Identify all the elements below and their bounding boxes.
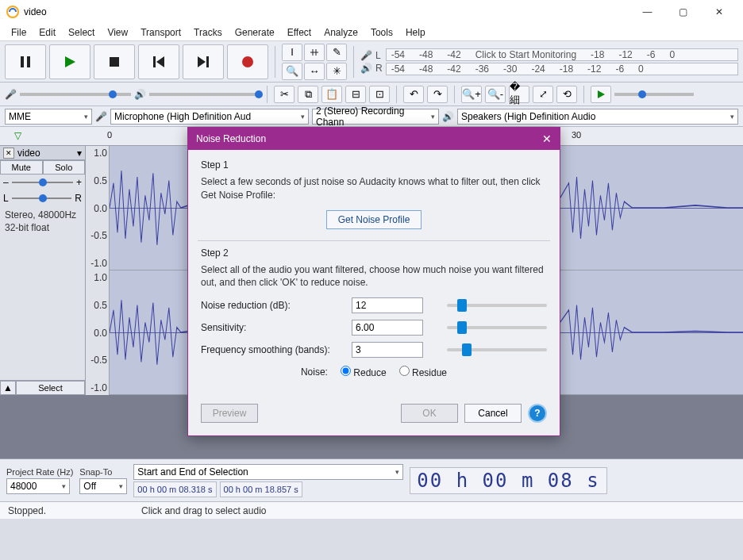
cancel-button[interactable]: Cancel (464, 404, 522, 423)
undo-button[interactable]: ↶ (403, 86, 424, 103)
copy-button[interactable]: ⧉ (298, 86, 318, 103)
skip-start-button[interactable] (138, 44, 179, 79)
record-button[interactable] (227, 44, 268, 79)
envelope-tool-button[interactable] (304, 44, 325, 61)
combo-value: 2 (Stereo) Recording Chann (316, 105, 431, 128)
meter-tick: -48 (419, 63, 433, 75)
record-channels-combo[interactable]: 2 (Stereo) Recording Chann▾ (312, 109, 439, 125)
zoom-toggle-button[interactable]: ⟲ (556, 86, 577, 103)
select-button[interactable]: Select (16, 381, 85, 395)
gain-slider[interactable]: –+ (0, 175, 85, 190)
svg-marker-3 (65, 56, 75, 67)
svg-marker-10 (598, 90, 605, 98)
zoom-tool-button[interactable]: 🔍 (282, 63, 302, 80)
dialog-title: Noise Reduction (196, 133, 266, 144)
stop-button[interactable] (94, 44, 135, 79)
close-button[interactable]: ✕ (701, 0, 737, 24)
project-rate-combo[interactable]: 48000▾ (6, 478, 70, 494)
noise-reduction-input[interactable] (352, 297, 423, 313)
menu-analyze[interactable]: Analyze (318, 25, 364, 40)
meter-tick: 0 (669, 49, 675, 60)
step2-heading: Step 2 (201, 247, 547, 259)
frequency-smoothing-input[interactable] (352, 342, 423, 358)
preview-button[interactable]: Preview (201, 404, 258, 423)
play-speed-slider[interactable] (614, 93, 694, 96)
trim-button[interactable]: ⊟ (345, 86, 366, 103)
selection-start-field[interactable]: 00 h 00 m 08.318 s (133, 481, 216, 497)
redo-button[interactable]: ↷ (427, 86, 448, 103)
playback-device-combo[interactable]: Speakers (High Definition Audio▾ (457, 109, 738, 125)
record-volume-slider[interactable] (20, 93, 131, 96)
playback-meter[interactable]: -54 -48 -42 -36 -30 -24 -18 -12 -6 0 (386, 63, 738, 75)
play-button[interactable] (49, 44, 90, 79)
toolbar-divider (396, 86, 397, 103)
track-close-button[interactable]: ✕ (3, 148, 14, 159)
svg-marker-6 (156, 56, 164, 67)
help-button[interactable]: ? (528, 404, 547, 423)
dialog-titlebar[interactable]: Noise Reduction ✕ (188, 128, 560, 150)
menu-view[interactable]: View (101, 25, 134, 40)
track-menu-button[interactable]: ▾ (77, 148, 82, 159)
selection-mode-combo[interactable]: Start and End of Selection▾ (133, 464, 403, 480)
menu-tracks[interactable]: Tracks (187, 25, 229, 40)
fit-project-button[interactable]: ⤢ (533, 86, 553, 103)
cut-button[interactable]: ✂ (274, 86, 295, 103)
menu-file[interactable]: File (5, 25, 33, 40)
menu-tools[interactable]: Tools (364, 25, 399, 40)
menu-select[interactable]: Select (62, 25, 101, 40)
silence-button[interactable]: ⊡ (369, 86, 390, 103)
ruler-tick: 0 (107, 130, 112, 140)
meter-tick: -54 (391, 49, 405, 60)
collapse-button[interactable]: ▲ (0, 381, 16, 395)
speaker-icon: 🔊 (134, 89, 146, 100)
maximize-button[interactable]: ▢ (665, 0, 701, 24)
zoom-in-button[interactable]: 🔍+ (461, 86, 482, 103)
multi-tool-button[interactable]: ✳ (326, 63, 347, 80)
record-device-combo[interactable]: Microphone (High Definition Aud▾ (110, 109, 309, 125)
playback-volume-slider[interactable] (149, 93, 260, 96)
solo-button[interactable]: Solo (43, 160, 86, 175)
menu-transport[interactable]: Transport (134, 25, 187, 40)
sensitivity-input[interactable] (352, 320, 423, 336)
frequency-smoothing-slider[interactable] (447, 348, 547, 351)
record-meter[interactable]: -54 -48 -42 Click to Start Monitoring -1… (386, 48, 738, 61)
menu-edit[interactable]: Edit (33, 25, 62, 40)
meter-tick: -6 (647, 49, 656, 60)
play-at-speed-button[interactable] (591, 86, 611, 103)
reduce-radio[interactable]: Reduce (341, 366, 387, 378)
selection-toolbar: Project Rate (Hz) 48000▾ Snap-To Off▾ St… (0, 458, 743, 501)
draw-tool-button[interactable]: ✎ (326, 44, 347, 61)
pan-slider[interactable]: LR (0, 190, 85, 206)
audio-position-display[interactable]: 00 h 00 m 08 s (410, 467, 606, 494)
minimize-button[interactable]: — (629, 0, 665, 24)
menu-effect[interactable]: Effect (281, 25, 318, 40)
meter-tick: 0 (638, 63, 644, 75)
sensitivity-slider[interactable] (447, 326, 547, 329)
timeshift-tool-button[interactable]: ↔ (304, 63, 325, 80)
track-name[interactable]: video (17, 148, 40, 159)
noise-reduction-slider[interactable] (447, 304, 547, 307)
toolbar-divider (454, 86, 455, 103)
mic-icon: 🎤 (95, 111, 107, 122)
snap-to-combo[interactable]: Off▾ (79, 478, 127, 494)
selection-tool-button[interactable]: I (282, 44, 302, 61)
skip-end-button[interactable] (183, 44, 224, 79)
get-noise-profile-button[interactable]: Get Noise Profile (326, 210, 422, 229)
mic-icon: 🎤 (5, 89, 17, 100)
audio-host-combo[interactable]: MME▾ (5, 109, 92, 125)
dialog-close-button[interactable]: ✕ (542, 132, 552, 145)
ok-button[interactable]: OK (401, 404, 458, 423)
menu-help[interactable]: Help (399, 25, 432, 40)
mute-button[interactable]: Mute (0, 160, 43, 175)
meter-tick: -42 (447, 63, 460, 75)
zoom-out-button[interactable]: 🔍- (485, 86, 506, 103)
residue-radio[interactable]: Residue (399, 366, 447, 378)
meter-tick: -42 (447, 49, 460, 60)
combo-value: Microphone (High Definition Aud (114, 111, 251, 122)
paste-button[interactable]: 📋 (321, 86, 342, 103)
pause-button[interactable] (5, 44, 46, 79)
fit-selection-button[interactable]: �細 (509, 86, 529, 103)
snap-to-label: Snap-To (79, 467, 127, 477)
menu-generate[interactable]: Generate (229, 25, 281, 40)
selection-end-field[interactable]: 00 h 00 m 18.857 s (220, 481, 302, 497)
